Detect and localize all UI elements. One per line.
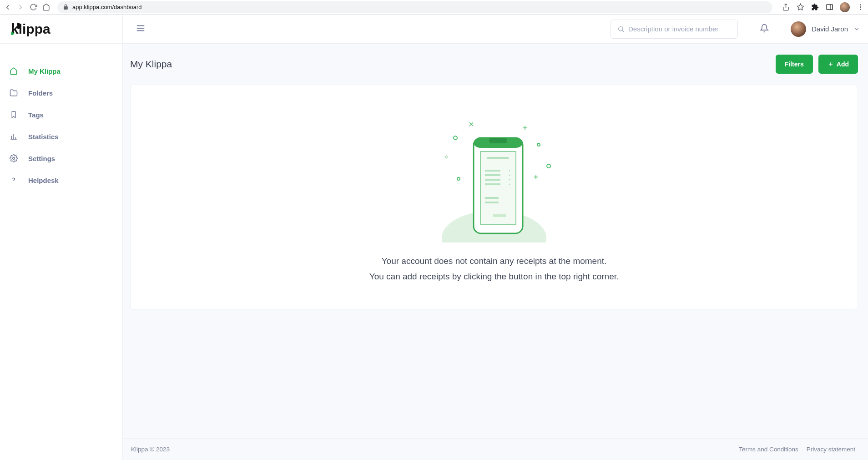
svg-point-42 (509, 175, 510, 176)
svg-point-6 (860, 9, 861, 10)
topbar: David Jaron (123, 15, 868, 44)
empty-state-line-2: You can add receipts by clicking the but… (369, 272, 619, 282)
svg-point-28 (547, 164, 550, 168)
star-icon[interactable] (796, 3, 804, 11)
svg-rect-39 (485, 202, 499, 203)
sidebar-item-label: Folders (28, 89, 53, 97)
svg-marker-1 (797, 4, 803, 10)
svg-line-21 (622, 30, 624, 32)
svg-point-41 (509, 170, 510, 172)
help-icon (9, 176, 18, 185)
logo[interactable]: klippa (0, 15, 122, 44)
footer: Klippa © 2023 Terms and Conditions Priva… (123, 438, 868, 460)
extensions-icon[interactable] (811, 3, 819, 11)
sidebar-item-my-klippa[interactable]: My Klippa (0, 60, 122, 82)
svg-text:klippa: klippa (11, 21, 50, 36)
add-button[interactable]: Add (818, 55, 858, 74)
user-name-label: David Jaron (812, 25, 848, 33)
search-icon (617, 25, 625, 33)
svg-rect-38 (485, 197, 499, 199)
svg-point-5 (860, 6, 861, 8)
add-label: Add (837, 61, 849, 68)
svg-point-10 (11, 32, 14, 35)
footer-copyright: Klippa © 2023 (131, 446, 170, 453)
search-box[interactable] (611, 20, 738, 39)
svg-point-44 (509, 184, 510, 185)
browser-menu-icon[interactable] (856, 3, 864, 11)
svg-point-27 (537, 143, 540, 146)
sidebar-item-label: Helpdesk (28, 177, 59, 184)
svg-point-43 (509, 179, 510, 181)
notifications-button[interactable] (760, 24, 769, 35)
svg-rect-31 (489, 138, 507, 143)
svg-rect-36 (485, 179, 500, 181)
filters-button[interactable]: Filters (776, 55, 813, 74)
menu-toggle-button[interactable] (136, 23, 146, 35)
tag-icon (9, 110, 18, 119)
sidebar-nav: My Klippa Folders Tags Statistics (0, 44, 122, 191)
svg-point-26 (457, 177, 460, 180)
browser-reload-button[interactable] (29, 3, 37, 11)
browser-back-button[interactable] (4, 3, 12, 11)
browser-home-button[interactable] (42, 3, 50, 11)
sidebar-item-settings[interactable]: Settings (0, 147, 122, 169)
svg-rect-2 (827, 5, 833, 10)
sidebar: klippa My Klippa Folders Tag (0, 15, 123, 460)
gear-icon (9, 154, 18, 163)
sidebar-item-label: Settings (28, 155, 55, 162)
page-title: My Klippa (130, 59, 172, 70)
folder-icon (9, 88, 18, 97)
content-area: Your account does not contain any receip… (123, 85, 868, 309)
app-root: klippa My Klippa Folders Tag (0, 15, 868, 460)
home-icon (9, 66, 18, 76)
plus-icon (828, 61, 834, 67)
svg-rect-34 (485, 170, 500, 172)
empty-state-line-1: Your account does not contain any receip… (382, 256, 607, 266)
browser-url-text: app.klippa.com/dashboard (72, 4, 142, 10)
sidebar-item-folders[interactable]: Folders (0, 82, 122, 104)
sidebar-item-label: My Klippa (28, 67, 61, 75)
empty-state-card: Your account does not contain any receip… (130, 85, 858, 309)
sidebar-item-label: Statistics (28, 133, 59, 141)
user-menu[interactable]: David Jaron (791, 21, 860, 37)
svg-point-25 (454, 136, 457, 140)
sidebar-item-tags[interactable]: Tags (0, 104, 122, 126)
svg-rect-37 (485, 183, 500, 185)
svg-point-4 (860, 4, 861, 5)
bar-chart-icon (9, 132, 18, 141)
svg-rect-32 (480, 152, 516, 224)
browser-forward-button[interactable] (16, 3, 25, 11)
svg-rect-40 (493, 214, 506, 217)
svg-point-20 (619, 26, 623, 30)
browser-address-bar[interactable]: app.klippa.com/dashboard (57, 1, 772, 13)
svg-rect-33 (487, 157, 509, 159)
footer-terms-link[interactable]: Terms and Conditions (739, 446, 798, 453)
chevron-down-icon (853, 26, 860, 32)
empty-state-illustration (435, 106, 553, 243)
page-header: My Klippa Filters Add (123, 44, 868, 85)
browser-profile-avatar[interactable] (840, 2, 850, 12)
main-column: David Jaron My Klippa Filters Add (123, 15, 868, 460)
sidebar-item-statistics[interactable]: Statistics (0, 126, 122, 147)
browser-chrome: app.klippa.com/dashboard (0, 0, 868, 15)
filters-label: Filters (785, 61, 804, 68)
svg-rect-35 (485, 174, 500, 176)
svg-point-15 (13, 157, 15, 160)
klippa-logo: klippa (11, 20, 70, 38)
share-icon[interactable] (782, 3, 790, 11)
panel-icon[interactable] (825, 3, 833, 11)
lock-icon (63, 4, 69, 10)
sidebar-item-helpdesk[interactable]: Helpdesk (0, 169, 122, 191)
search-input[interactable] (628, 25, 731, 33)
sidebar-item-label: Tags (28, 111, 44, 119)
footer-privacy-link[interactable]: Privacy statement (807, 446, 855, 453)
avatar (791, 21, 806, 37)
